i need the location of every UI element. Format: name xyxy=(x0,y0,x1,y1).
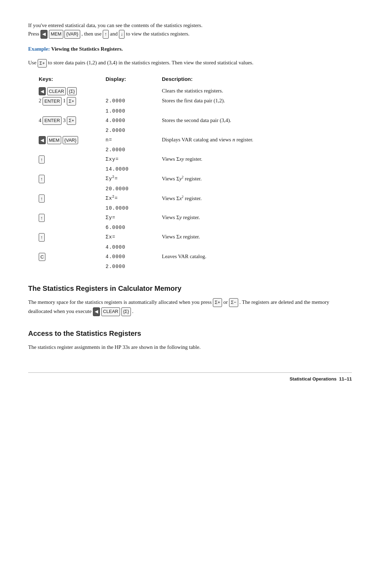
description-cell: Stores the second data pair (3,4). xyxy=(162,116,352,126)
key-mem-2: MEM xyxy=(47,136,61,145)
section1-text: The memory space for the statistics regi… xyxy=(28,298,352,316)
description-cell: Displays VAR catalog and views n registe… xyxy=(162,135,352,145)
description-cell: Views Σx2 register. xyxy=(162,193,352,203)
display-cell: 4.0000 xyxy=(106,242,162,252)
keys-cell-empty xyxy=(28,164,106,174)
section2-text: The statistics register assignments in t… xyxy=(28,343,352,351)
col-header-description: Description: xyxy=(162,74,352,86)
keys-cell: ◀ MEM {VAR} xyxy=(28,135,106,145)
keys-cell-empty xyxy=(28,145,106,154)
intro-press: Press xyxy=(28,31,40,37)
intro-line1: If you've entered statistical data, you … xyxy=(28,23,202,28)
key-up-4: ↑ xyxy=(39,214,45,222)
key-enter-1: ENTER xyxy=(43,97,62,106)
key-mem-1: MEM xyxy=(49,30,63,39)
keys-cell-empty xyxy=(28,126,106,135)
key-var-2: {VAR} xyxy=(63,136,78,145)
display-cell: Σy2= xyxy=(106,174,162,184)
col-header-display: Display: xyxy=(106,74,162,86)
description-cell-empty xyxy=(162,184,352,193)
display-value: 6.0000 xyxy=(106,225,125,230)
key-sigma-plus-use: Σ+ xyxy=(38,59,47,68)
intro-post: to view the statistics registers. xyxy=(126,31,189,37)
display-value: 4.0000 xyxy=(106,244,125,250)
display-cell: Σx= xyxy=(106,232,162,242)
keys-cell-empty xyxy=(28,242,106,252)
display-value: Σx= xyxy=(106,234,115,240)
key-c: C xyxy=(39,253,45,261)
display-value: n= xyxy=(106,137,112,143)
key-sigma-brace: {Σ} xyxy=(67,87,77,96)
table-row-cont: 2.0000 xyxy=(28,145,352,154)
keys-cell-empty xyxy=(28,106,106,116)
key-up-2: ↑ xyxy=(39,175,45,183)
key-clear-s1: CLEAR xyxy=(101,307,120,316)
display-cell: 2.0000 xyxy=(106,96,162,106)
table-row: C 4.0000 Leaves VAR catalog. xyxy=(28,252,352,262)
display-value: 20.0000 xyxy=(106,186,129,192)
description-cell-empty xyxy=(162,223,352,232)
display-value: 10.0000 xyxy=(106,205,129,211)
section1-heading: The Statistics Registers in Calculator M… xyxy=(28,284,352,293)
table-row: ↑ Σy= Views Σy register. xyxy=(28,213,352,223)
table-row-cont: 2.0000 xyxy=(28,126,352,135)
display-cell: Σy= xyxy=(106,213,162,223)
table-row: 2 ENTER 1 Σ+ 2.0000 Stores the first dat… xyxy=(28,96,352,106)
keys-cell-empty xyxy=(28,203,106,213)
display-cell: 14.0000 xyxy=(106,164,162,174)
section2-heading: Access to the Statistics Registers xyxy=(28,329,352,338)
table-row: 4 ENTER 3 Σ+ 4.0000 Stores the second da… xyxy=(28,116,352,126)
intro-then: , then use xyxy=(81,31,103,37)
display-value: Σxy= xyxy=(106,156,119,162)
display-value: 1.0000 xyxy=(106,108,125,114)
display-value: 2.0000 xyxy=(106,147,125,153)
use-post: to store data pairs (1,2) and (3,4) in t… xyxy=(48,60,253,65)
col-header-keys: Keys: xyxy=(28,74,106,86)
key-up-3: ↑ xyxy=(39,194,45,203)
intro-paragraph: If you've entered statistical data, you … xyxy=(28,21,352,39)
keys-cell: ◀ CLEAR {Σ} xyxy=(28,86,106,96)
display-cell: 4.0000 xyxy=(106,116,162,126)
display-value: Σy2= xyxy=(106,176,118,181)
keys-cell: ↑ xyxy=(28,154,106,164)
section1-text1: The memory space for the statistics regi… xyxy=(28,299,213,305)
keys-table: Keys: Display: Description: ◀ CLEAR {Σ} … xyxy=(28,74,352,271)
table-row-cont: 4.0000 xyxy=(28,242,352,252)
keys-cell-empty xyxy=(28,262,106,271)
page-footer: Statistical Operations 11–11 xyxy=(28,372,352,383)
description-cell-empty xyxy=(162,203,352,213)
keys-cell: 4 ENTER 3 Σ+ xyxy=(28,116,106,126)
keys-cell: 2 ENTER 1 Σ+ xyxy=(28,96,106,106)
display-value: 2.0000 xyxy=(106,128,125,133)
table-row: ↑ Σx= Views Σx register. xyxy=(28,232,352,242)
keys-cell: ↑ xyxy=(28,213,106,223)
example-label: Example: xyxy=(28,46,50,52)
table-row: ↑ Σxy= Views Σxy register. xyxy=(28,154,352,164)
key-sigma-brace-s1: {Σ} xyxy=(121,307,131,316)
section1-text2: or xyxy=(223,299,229,305)
description-cell: Views Σx register. xyxy=(162,232,352,242)
table-row-cont: 14.0000 xyxy=(28,164,352,174)
keys-cell: ↑ xyxy=(28,232,106,242)
display-cell: 1.0000 xyxy=(106,106,162,116)
key-sigma-plus-1: Σ+ xyxy=(67,97,76,106)
description-cell-empty xyxy=(162,164,352,174)
description-cell: Stores the first data pair (1,2). xyxy=(162,96,352,106)
display-value: 2.0000 xyxy=(106,98,125,104)
example-heading: Example: Viewing the Statistics Register… xyxy=(28,45,352,53)
display-cell: n= xyxy=(106,135,162,145)
description-cell: Views Σy register. xyxy=(162,213,352,223)
display-cell: 10.0000 xyxy=(106,203,162,213)
key-rs-1: ◀ xyxy=(40,30,48,39)
display-value: Σy= xyxy=(106,215,115,220)
table-row-cont: 1.0000 xyxy=(28,106,352,116)
display-cell: 4.0000 xyxy=(106,252,162,262)
display-cell: 20.0000 xyxy=(106,184,162,193)
description-cell: Views Σy2 register. xyxy=(162,174,352,184)
table-row: ◀ MEM {VAR} n= Displays VAR catalog and … xyxy=(28,135,352,145)
table-row-cont: 10.0000 xyxy=(28,203,352,213)
description-cell: Leaves VAR catalog. xyxy=(162,252,352,262)
key-rs-s1: ◀ xyxy=(93,307,100,316)
display-cell: Σx2= xyxy=(106,193,162,203)
keys-cell: C xyxy=(28,252,106,262)
